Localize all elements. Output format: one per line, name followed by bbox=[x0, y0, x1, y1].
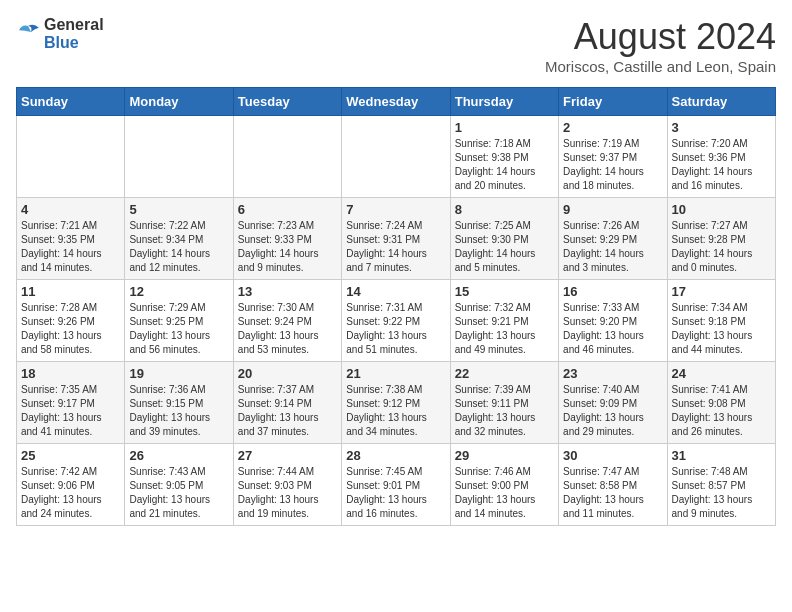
day-number: 20 bbox=[238, 366, 337, 381]
day-number: 28 bbox=[346, 448, 445, 463]
day-info: Sunrise: 7:44 AM Sunset: 9:03 PM Dayligh… bbox=[238, 465, 337, 521]
day-number: 6 bbox=[238, 202, 337, 217]
day-info: Sunrise: 7:22 AM Sunset: 9:34 PM Dayligh… bbox=[129, 219, 228, 275]
day-number: 10 bbox=[672, 202, 771, 217]
day-info: Sunrise: 7:45 AM Sunset: 9:01 PM Dayligh… bbox=[346, 465, 445, 521]
day-info: Sunrise: 7:18 AM Sunset: 9:38 PM Dayligh… bbox=[455, 137, 554, 193]
location-subtitle: Moriscos, Castille and Leon, Spain bbox=[545, 58, 776, 75]
month-year-title: August 2024 bbox=[545, 16, 776, 58]
calendar-cell: 16Sunrise: 7:33 AM Sunset: 9:20 PM Dayli… bbox=[559, 280, 667, 362]
day-number: 24 bbox=[672, 366, 771, 381]
day-number: 19 bbox=[129, 366, 228, 381]
calendar-cell: 28Sunrise: 7:45 AM Sunset: 9:01 PM Dayli… bbox=[342, 444, 450, 526]
calendar-cell: 22Sunrise: 7:39 AM Sunset: 9:11 PM Dayli… bbox=[450, 362, 558, 444]
day-info: Sunrise: 7:41 AM Sunset: 9:08 PM Dayligh… bbox=[672, 383, 771, 439]
day-number: 9 bbox=[563, 202, 662, 217]
calendar-cell: 4Sunrise: 7:21 AM Sunset: 9:35 PM Daylig… bbox=[17, 198, 125, 280]
calendar-cell bbox=[125, 116, 233, 198]
day-info: Sunrise: 7:34 AM Sunset: 9:18 PM Dayligh… bbox=[672, 301, 771, 357]
day-info: Sunrise: 7:19 AM Sunset: 9:37 PM Dayligh… bbox=[563, 137, 662, 193]
day-number: 5 bbox=[129, 202, 228, 217]
weekday-header-thursday: Thursday bbox=[450, 88, 558, 116]
logo: General Blue bbox=[16, 16, 104, 51]
calendar-cell: 24Sunrise: 7:41 AM Sunset: 9:08 PM Dayli… bbox=[667, 362, 775, 444]
calendar-cell: 31Sunrise: 7:48 AM Sunset: 8:57 PM Dayli… bbox=[667, 444, 775, 526]
calendar-table: SundayMondayTuesdayWednesdayThursdayFrid… bbox=[16, 87, 776, 526]
day-number: 8 bbox=[455, 202, 554, 217]
day-info: Sunrise: 7:42 AM Sunset: 9:06 PM Dayligh… bbox=[21, 465, 120, 521]
day-number: 15 bbox=[455, 284, 554, 299]
header: General Blue August 2024 Moriscos, Casti… bbox=[16, 16, 776, 75]
weekday-header-saturday: Saturday bbox=[667, 88, 775, 116]
day-number: 3 bbox=[672, 120, 771, 135]
day-number: 4 bbox=[21, 202, 120, 217]
logo-wordmark: General Blue bbox=[44, 16, 104, 51]
day-info: Sunrise: 7:39 AM Sunset: 9:11 PM Dayligh… bbox=[455, 383, 554, 439]
calendar-cell: 3Sunrise: 7:20 AM Sunset: 9:36 PM Daylig… bbox=[667, 116, 775, 198]
day-info: Sunrise: 7:38 AM Sunset: 9:12 PM Dayligh… bbox=[346, 383, 445, 439]
calendar-cell: 6Sunrise: 7:23 AM Sunset: 9:33 PM Daylig… bbox=[233, 198, 341, 280]
day-info: Sunrise: 7:20 AM Sunset: 9:36 PM Dayligh… bbox=[672, 137, 771, 193]
day-number: 14 bbox=[346, 284, 445, 299]
day-number: 16 bbox=[563, 284, 662, 299]
day-number: 7 bbox=[346, 202, 445, 217]
calendar-header: SundayMondayTuesdayWednesdayThursdayFrid… bbox=[17, 88, 776, 116]
day-number: 29 bbox=[455, 448, 554, 463]
calendar-cell: 9Sunrise: 7:26 AM Sunset: 9:29 PM Daylig… bbox=[559, 198, 667, 280]
calendar-cell: 18Sunrise: 7:35 AM Sunset: 9:17 PM Dayli… bbox=[17, 362, 125, 444]
day-info: Sunrise: 7:37 AM Sunset: 9:14 PM Dayligh… bbox=[238, 383, 337, 439]
calendar-cell bbox=[233, 116, 341, 198]
calendar-cell: 5Sunrise: 7:22 AM Sunset: 9:34 PM Daylig… bbox=[125, 198, 233, 280]
day-number: 26 bbox=[129, 448, 228, 463]
title-area: August 2024 Moriscos, Castille and Leon,… bbox=[545, 16, 776, 75]
weekday-header-friday: Friday bbox=[559, 88, 667, 116]
calendar-cell: 30Sunrise: 7:47 AM Sunset: 8:58 PM Dayli… bbox=[559, 444, 667, 526]
calendar-week-row: 25Sunrise: 7:42 AM Sunset: 9:06 PM Dayli… bbox=[17, 444, 776, 526]
day-info: Sunrise: 7:29 AM Sunset: 9:25 PM Dayligh… bbox=[129, 301, 228, 357]
day-info: Sunrise: 7:48 AM Sunset: 8:57 PM Dayligh… bbox=[672, 465, 771, 521]
calendar-cell: 11Sunrise: 7:28 AM Sunset: 9:26 PM Dayli… bbox=[17, 280, 125, 362]
calendar-cell bbox=[17, 116, 125, 198]
calendar-cell: 10Sunrise: 7:27 AM Sunset: 9:28 PM Dayli… bbox=[667, 198, 775, 280]
day-number: 12 bbox=[129, 284, 228, 299]
day-number: 1 bbox=[455, 120, 554, 135]
calendar-cell: 29Sunrise: 7:46 AM Sunset: 9:00 PM Dayli… bbox=[450, 444, 558, 526]
day-info: Sunrise: 7:40 AM Sunset: 9:09 PM Dayligh… bbox=[563, 383, 662, 439]
calendar-cell: 8Sunrise: 7:25 AM Sunset: 9:30 PM Daylig… bbox=[450, 198, 558, 280]
calendar-cell: 15Sunrise: 7:32 AM Sunset: 9:21 PM Dayli… bbox=[450, 280, 558, 362]
calendar-cell: 19Sunrise: 7:36 AM Sunset: 9:15 PM Dayli… bbox=[125, 362, 233, 444]
calendar-cell: 14Sunrise: 7:31 AM Sunset: 9:22 PM Dayli… bbox=[342, 280, 450, 362]
weekday-header-tuesday: Tuesday bbox=[233, 88, 341, 116]
day-number: 27 bbox=[238, 448, 337, 463]
calendar-cell: 17Sunrise: 7:34 AM Sunset: 9:18 PM Dayli… bbox=[667, 280, 775, 362]
day-number: 2 bbox=[563, 120, 662, 135]
day-info: Sunrise: 7:21 AM Sunset: 9:35 PM Dayligh… bbox=[21, 219, 120, 275]
day-info: Sunrise: 7:33 AM Sunset: 9:20 PM Dayligh… bbox=[563, 301, 662, 357]
day-info: Sunrise: 7:23 AM Sunset: 9:33 PM Dayligh… bbox=[238, 219, 337, 275]
day-info: Sunrise: 7:26 AM Sunset: 9:29 PM Dayligh… bbox=[563, 219, 662, 275]
calendar-week-row: 18Sunrise: 7:35 AM Sunset: 9:17 PM Dayli… bbox=[17, 362, 776, 444]
day-number: 17 bbox=[672, 284, 771, 299]
calendar-cell bbox=[342, 116, 450, 198]
day-number: 13 bbox=[238, 284, 337, 299]
day-number: 31 bbox=[672, 448, 771, 463]
day-info: Sunrise: 7:47 AM Sunset: 8:58 PM Dayligh… bbox=[563, 465, 662, 521]
calendar-cell: 2Sunrise: 7:19 AM Sunset: 9:37 PM Daylig… bbox=[559, 116, 667, 198]
calendar-cell: 23Sunrise: 7:40 AM Sunset: 9:09 PM Dayli… bbox=[559, 362, 667, 444]
day-info: Sunrise: 7:24 AM Sunset: 9:31 PM Dayligh… bbox=[346, 219, 445, 275]
calendar-cell: 13Sunrise: 7:30 AM Sunset: 9:24 PM Dayli… bbox=[233, 280, 341, 362]
calendar-cell: 7Sunrise: 7:24 AM Sunset: 9:31 PM Daylig… bbox=[342, 198, 450, 280]
day-number: 30 bbox=[563, 448, 662, 463]
weekday-header-wednesday: Wednesday bbox=[342, 88, 450, 116]
calendar-cell: 20Sunrise: 7:37 AM Sunset: 9:14 PM Dayli… bbox=[233, 362, 341, 444]
calendar-week-row: 1Sunrise: 7:18 AM Sunset: 9:38 PM Daylig… bbox=[17, 116, 776, 198]
calendar-week-row: 4Sunrise: 7:21 AM Sunset: 9:35 PM Daylig… bbox=[17, 198, 776, 280]
logo-text bbox=[16, 22, 40, 46]
calendar-cell: 27Sunrise: 7:44 AM Sunset: 9:03 PM Dayli… bbox=[233, 444, 341, 526]
weekday-row: SundayMondayTuesdayWednesdayThursdayFrid… bbox=[17, 88, 776, 116]
day-number: 21 bbox=[346, 366, 445, 381]
weekday-header-sunday: Sunday bbox=[17, 88, 125, 116]
day-info: Sunrise: 7:28 AM Sunset: 9:26 PM Dayligh… bbox=[21, 301, 120, 357]
calendar-week-row: 11Sunrise: 7:28 AM Sunset: 9:26 PM Dayli… bbox=[17, 280, 776, 362]
day-info: Sunrise: 7:27 AM Sunset: 9:28 PM Dayligh… bbox=[672, 219, 771, 275]
